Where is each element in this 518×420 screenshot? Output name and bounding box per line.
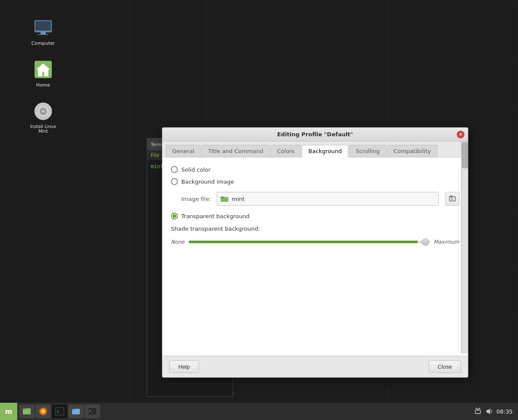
home-icon-label: Home <box>36 82 50 88</box>
svg-rect-17 <box>23 408 26 410</box>
taskbar-item-files[interactable] <box>19 404 35 418</box>
files-icon <box>22 407 32 416</box>
tab-compatibility[interactable]: Compatibility <box>387 145 438 157</box>
tab-general[interactable]: General <box>166 145 201 157</box>
dialog-footer: Help Close <box>162 356 468 377</box>
slider-thumb[interactable] <box>422 238 429 245</box>
dialog-window: Editing Profile "Default" × General Titl… <box>162 127 468 378</box>
taskbar-start-menu[interactable]: m <box>0 403 17 420</box>
solid-color-radio[interactable] <box>171 166 178 173</box>
terminal-icon: $_ <box>55 407 64 416</box>
image-file-input[interactable]: mint <box>217 192 439 206</box>
install-mint-icon-label: Install Linux Mint <box>26 124 60 134</box>
image-file-name: mint <box>232 196 435 202</box>
volume-icon <box>485 407 493 415</box>
background-image-option[interactable]: Background image <box>171 178 459 185</box>
dialog-titlebar: Editing Profile "Default" × <box>162 128 468 141</box>
taskbar-item-terminal[interactable]: $_ <box>52 404 67 418</box>
svg-text:$_: $_ <box>57 409 61 414</box>
taskbar-right: 08:35 <box>470 407 518 415</box>
taskbar-item-firefox[interactable] <box>35 404 51 418</box>
mint-logo: m <box>2 405 15 418</box>
shade-slider-container: None Maximum <box>171 237 459 247</box>
solid-color-label: Solid color <box>181 166 211 173</box>
image-file-row: Image file: mint <box>171 192 459 206</box>
folder-icon <box>221 196 228 202</box>
computer-icon-label: Computer <box>32 41 55 46</box>
svg-point-8 <box>42 110 44 113</box>
dialog-scrollbar[interactable] <box>461 141 468 354</box>
firefox-icon <box>38 407 48 416</box>
image-file-label: Image file: <box>181 196 212 202</box>
computer-icon-image <box>33 17 54 38</box>
browse-icon <box>449 195 456 202</box>
nemo-icon <box>71 407 81 416</box>
taskbar-item-nemo[interactable] <box>68 404 84 418</box>
background-image-radio[interactable] <box>171 178 178 185</box>
taskbar-items: $_ >_ <box>17 403 470 420</box>
taskbar-item-terminal2[interactable]: >_ <box>85 404 100 418</box>
svg-rect-23 <box>72 409 75 410</box>
transparent-bg-radio[interactable] <box>171 213 178 219</box>
dialog-close-button[interactable]: × <box>457 131 464 138</box>
solid-color-option[interactable]: Solid color <box>171 166 459 173</box>
install-mint-icon-image <box>33 101 54 122</box>
dialog-content: Solid color Background image Image file: <box>162 157 468 356</box>
svg-rect-1 <box>35 21 51 31</box>
svg-point-27 <box>477 413 478 414</box>
transparent-bg-label: Transparent background <box>181 213 250 219</box>
desktop: Computer Home Install Linux Mint <box>0 0 518 420</box>
slider-none-label: None <box>171 239 184 245</box>
dialog-title: Editing Profile "Default" <box>277 131 353 138</box>
shade-label: Shade transparent background: <box>171 226 459 232</box>
tab-title-command[interactable]: Title and Command <box>202 145 269 157</box>
close-button[interactable]: Close <box>429 360 461 373</box>
tab-colors[interactable]: Colors <box>271 145 301 157</box>
desktop-icons: Computer Home Install Linux Mint <box>26 17 60 134</box>
taskbar-time: 08:35 <box>496 408 514 415</box>
help-button[interactable]: Help <box>169 360 199 373</box>
dialog-scrollbar-thumb[interactable] <box>462 142 468 168</box>
shade-slider[interactable] <box>189 241 430 243</box>
svg-point-19 <box>41 409 45 414</box>
tab-scrolling[interactable]: Scrolling <box>349 145 386 157</box>
taskbar: m $_ <box>0 403 518 420</box>
background-options: Solid color Background image <box>171 166 459 185</box>
terminal2-icon: >_ <box>88 407 97 416</box>
svg-marker-33 <box>486 408 490 414</box>
svg-rect-3 <box>38 34 48 35</box>
home-icon[interactable]: Home <box>26 59 60 88</box>
install-mint-icon[interactable]: Install Linux Mint <box>26 101 60 134</box>
transparent-bg-option[interactable]: Transparent background <box>171 213 459 219</box>
dialog-tabs: General Title and Command Colors Backgro… <box>162 141 468 157</box>
browse-button[interactable] <box>445 192 459 206</box>
slider-maximum-label: Maximum <box>434 239 459 245</box>
svg-rect-2 <box>41 32 46 34</box>
tab-background[interactable]: Background <box>302 145 348 157</box>
background-image-label: Background image <box>181 179 234 185</box>
computer-icon[interactable]: Computer <box>26 17 60 46</box>
network-icon <box>474 407 482 415</box>
home-icon-image <box>33 59 54 80</box>
svg-rect-26 <box>475 410 480 414</box>
svg-text:>_: >_ <box>89 409 93 413</box>
